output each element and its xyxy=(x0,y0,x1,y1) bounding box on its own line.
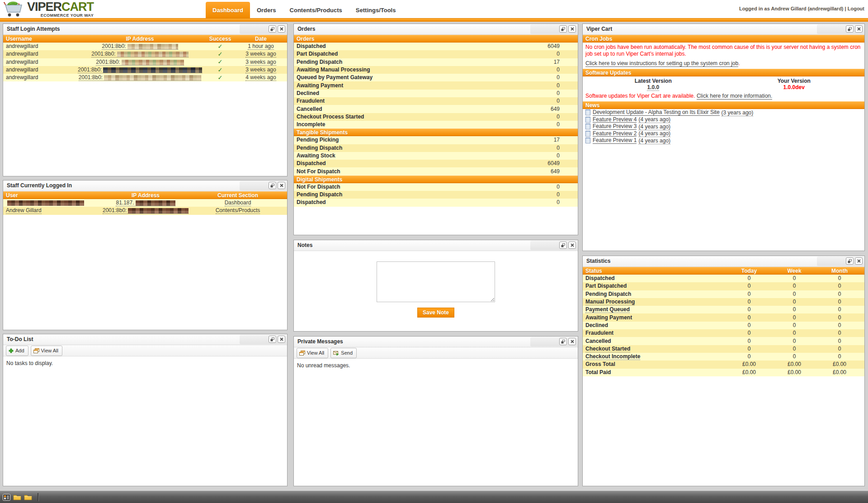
panel-title-viper-cart: Viper Cart xyxy=(586,26,612,32)
popout-button[interactable] xyxy=(269,182,276,189)
date-link[interactable]: 4 weeks ago xyxy=(245,74,276,81)
table-row: Pending Dispatch000 xyxy=(583,290,864,298)
close-button[interactable] xyxy=(855,25,863,33)
ip-address-link[interactable]: 2001:8b0: xyxy=(96,59,184,66)
stat-label-text: Part Dispatched xyxy=(585,283,627,289)
news-title-link[interactable]: Feature Preview 4 xyxy=(593,117,637,123)
view-all-tasks-button[interactable]: View All xyxy=(31,346,62,356)
news-doc-icon xyxy=(585,123,590,129)
current-section-link[interactable]: Dashboard xyxy=(225,199,251,206)
date-link[interactable]: 3 weeks ago xyxy=(245,66,276,73)
news-title-link[interactable]: Feature Preview 1 xyxy=(593,138,637,144)
date-link[interactable]: 1 hour ago xyxy=(248,43,274,50)
success-cell: ✓ xyxy=(202,66,238,74)
close-button[interactable] xyxy=(278,182,285,189)
news-age-link[interactable]: (4 years ago) xyxy=(638,130,670,137)
news-age-link[interactable]: (4 years ago) xyxy=(638,116,670,123)
cron-instructions-link[interactable]: Click here to view instructions for sett… xyxy=(585,60,738,67)
date-link[interactable]: 3 weeks ago xyxy=(245,51,276,57)
panel-notes: Notes Save Note xyxy=(293,240,578,332)
folder-icon[interactable] xyxy=(24,494,32,500)
orders-section-rows: Pending Picking17Pending Dispatch0Awaiti… xyxy=(294,136,578,175)
close-button[interactable] xyxy=(855,257,863,265)
username-cell: andrewgillard xyxy=(3,74,78,81)
stat-value: 0 xyxy=(772,322,817,329)
your-version-label: Your Version xyxy=(724,78,865,84)
popout-button[interactable] xyxy=(269,25,276,33)
popout-button[interactable] xyxy=(559,25,567,33)
close-button[interactable] xyxy=(568,242,576,249)
news-age: (4 years ago) xyxy=(638,131,670,137)
close-button[interactable] xyxy=(278,336,285,343)
staff-logged-in-table-header: UserIP AddressCurrent Section xyxy=(3,191,287,199)
column-header-label: Month xyxy=(831,268,848,274)
dashboard-layout-icon[interactable] xyxy=(3,494,10,501)
table-row: Total Paid£0.00£0.00£0.00 xyxy=(583,369,864,376)
table-row: Pending Picking17 xyxy=(294,136,578,144)
news-item: Feature Preview 1(4 years ago) xyxy=(583,137,864,144)
date-link[interactable]: 3 weeks ago xyxy=(245,59,276,66)
add-task-button[interactable]: Add xyxy=(6,346,28,356)
stat-label: Awaiting Payment xyxy=(583,314,726,322)
order-status-label: Pending Dispatch xyxy=(294,144,533,152)
logged-in-text: Logged in as Andrew Gillard (andrewgilla… xyxy=(739,6,844,11)
ip-address-link[interactable]: 2001:8b0: xyxy=(78,66,202,73)
stat-label: Manual Processing xyxy=(583,298,726,306)
logout-link[interactable]: Logout xyxy=(848,6,864,11)
nav-tab-orders[interactable]: Orders xyxy=(250,2,283,18)
column-header: IP Address xyxy=(78,35,202,42)
order-status-count: 0 xyxy=(533,90,560,97)
stat-value: 0 xyxy=(772,306,817,313)
success-check-icon: ✓ xyxy=(218,66,223,73)
latest-version-value[interactable]: 1.0.0 xyxy=(647,84,659,91)
popout-button[interactable] xyxy=(846,25,854,33)
stat-value: 0 xyxy=(772,337,817,345)
news-title-link[interactable]: Development Update - Alpha Testing on It… xyxy=(593,109,720,116)
popout-button[interactable] xyxy=(559,338,567,345)
table-row: Not For Dispatch649 xyxy=(294,167,578,175)
news-age: (4 years ago) xyxy=(638,117,670,123)
nav-tab-contents-products[interactable]: Contents/Products xyxy=(283,2,349,18)
popout-button[interactable] xyxy=(846,257,854,265)
nav-tab-dashboard[interactable]: Dashboard xyxy=(206,2,250,18)
ip-address-link[interactable]: 2001:8b0: xyxy=(79,74,201,81)
order-status-count: 0 xyxy=(533,66,560,74)
success-cell: ✓ xyxy=(202,74,238,82)
news-title-link[interactable]: Feature Preview 3 xyxy=(593,123,637,130)
table-row: Declined000 xyxy=(583,322,864,329)
redacted-ip xyxy=(104,75,201,81)
news-item: Development Update - Alpha Testing on It… xyxy=(583,109,864,116)
ip-address-link[interactable]: 2001:8b0: xyxy=(103,207,189,214)
staff-login-table-header: UsernameIP AddressSuccessDate xyxy=(3,35,287,43)
software-updates-heading: Software Updates xyxy=(583,69,864,76)
news-age-link[interactable]: (3 years ago) xyxy=(722,109,754,116)
stat-label: Part Dispatched xyxy=(583,282,726,290)
current-section-link[interactable]: Contents/Products xyxy=(216,207,260,214)
news-age-link[interactable]: (4 years ago) xyxy=(638,123,670,130)
save-note-button[interactable]: Save Note xyxy=(417,308,454,318)
ip-address-cell: 2001:8b0: xyxy=(78,66,202,74)
user-link[interactable]: Andrew Gillard xyxy=(6,207,42,214)
close-button[interactable] xyxy=(278,25,285,33)
stat-label: Checkout Started xyxy=(583,345,726,353)
stat-label-text: Cancelled xyxy=(585,338,611,344)
stat-label: Total Paid xyxy=(583,369,726,376)
close-button[interactable] xyxy=(568,338,576,345)
updates-info-link[interactable]: Click here for more information. xyxy=(697,93,772,100)
popout-button[interactable] xyxy=(559,242,567,249)
folder-icon[interactable] xyxy=(13,494,21,500)
news-title-link[interactable]: Feature Preview 2 xyxy=(593,131,637,137)
view-all-messages-button[interactable]: View All xyxy=(297,348,328,358)
ip-address-link[interactable]: 2001:8b0: xyxy=(102,43,178,50)
close-button[interactable] xyxy=(568,25,576,33)
send-message-button[interactable]: Send xyxy=(330,348,357,358)
panel-private-messages: Private Messages View All Send No unread… xyxy=(293,336,578,486)
note-textarea[interactable] xyxy=(377,261,495,302)
ip-address-link[interactable]: 81.187. xyxy=(116,199,175,206)
news-age-link[interactable]: (4 years ago) xyxy=(638,138,670,144)
popout-button[interactable] xyxy=(269,336,276,343)
stat-value: 0 xyxy=(726,329,772,337)
username-cell: andrewgillard xyxy=(3,50,78,58)
ip-address-link[interactable]: 2001:8b0: xyxy=(91,51,188,57)
nav-tab-settings-tools[interactable]: Settings/Tools xyxy=(349,2,403,18)
